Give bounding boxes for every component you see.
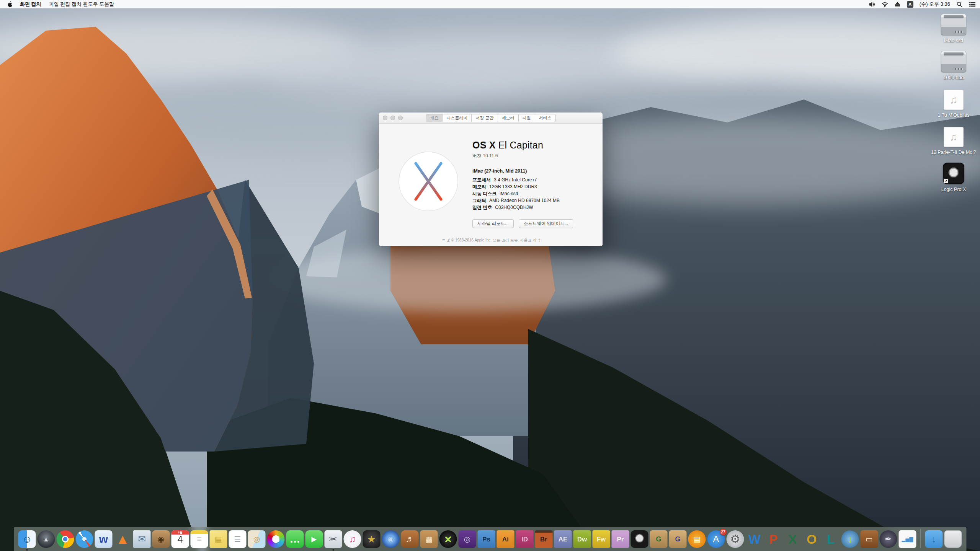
dock-toast-icon[interactable]: ◎ xyxy=(459,530,476,548)
notification-badge: 27 xyxy=(720,529,727,535)
app-icon-glyph xyxy=(631,530,648,548)
dock-fireworks-icon[interactable]: Fw xyxy=(593,530,610,548)
dock-garageband-icon[interactable]: ♬ xyxy=(401,530,419,548)
dock-indesign-icon[interactable]: ID xyxy=(516,530,534,548)
dock-aftereffects-icon[interactable]: AE xyxy=(554,530,572,548)
dock-reminders-icon[interactable]: ☰ xyxy=(229,530,247,548)
dock-stickies-icon[interactable]: ▤ xyxy=(210,530,227,548)
dock-excel-icon[interactable]: X xyxy=(784,530,802,548)
app-icon-glyph: ↓ xyxy=(841,530,859,548)
dock-maps-icon[interactable]: ◎ xyxy=(248,530,266,548)
active-app-name[interactable]: 화면 캡처 xyxy=(16,1,45,8)
close-button[interactable] xyxy=(383,116,387,120)
zoom-button[interactable] xyxy=(398,116,403,120)
wallpaper-art xyxy=(0,0,980,551)
desktop-icon-imac-ssd[interactable]: iMac-ssd xyxy=(930,12,977,44)
calendar-month-strip: 3월 xyxy=(172,530,189,535)
dock-archiver-icon[interactable]: G xyxy=(669,530,687,548)
dock-itunes-icon[interactable]: ♫ xyxy=(344,530,361,548)
dock-outlook-icon[interactable]: O xyxy=(803,530,821,548)
tab-support[interactable]: 지원 xyxy=(519,114,535,122)
clock[interactable]: (수) 오후 3:36 xyxy=(920,1,950,8)
about-tabs: 개요 디스플레이 저장 공간 메모리 지원 서비스 xyxy=(426,114,555,122)
menu-help[interactable]: 도움말 xyxy=(99,1,114,7)
dock-trash-icon[interactable] xyxy=(944,530,962,548)
apple-menu[interactable] xyxy=(5,1,16,7)
dock: ☺ ▲ xyxy=(14,527,967,551)
dock-stuffit-expander-icon[interactable]: G xyxy=(650,530,668,548)
wifi-icon[interactable] xyxy=(882,2,888,7)
window-titlebar[interactable]: 개요 디스플레이 저장 공간 메모리 지원 서비스 xyxy=(379,112,603,124)
apple-icon xyxy=(7,1,12,7)
menu-file[interactable]: 파일 xyxy=(49,1,59,7)
os-version: 버전 10.11.6 xyxy=(472,153,595,159)
dock-notes-icon[interactable]: ≡ xyxy=(191,530,208,548)
dock-x-app-icon[interactable]: × xyxy=(439,530,457,548)
eject-icon[interactable] xyxy=(894,2,901,7)
dock-photos-icon[interactable] xyxy=(267,530,285,548)
app-icon-glyph: Dw xyxy=(573,530,591,548)
spotlight-search-icon[interactable] xyxy=(956,2,963,7)
dock-imovie-icon[interactable]: ★ xyxy=(363,530,381,548)
dock-illustrator-icon[interactable]: Ai xyxy=(497,530,514,548)
dock-safari-icon[interactable] xyxy=(76,530,93,548)
software-update-button[interactable]: 소프트웨어 업데이트... xyxy=(519,219,573,228)
dock-photoshop-icon[interactable]: Ps xyxy=(478,530,495,548)
menu-edit[interactable]: 편집 xyxy=(60,1,70,7)
os-x-logo xyxy=(398,151,459,212)
app-icon-glyph: ▤ xyxy=(688,530,706,548)
dock-bridge-icon[interactable]: Br xyxy=(535,530,553,548)
app-icon-glyph: L xyxy=(822,530,840,548)
dock-launchpad-icon[interactable]: ▲ xyxy=(38,530,55,548)
tab-overview[interactable]: 개요 xyxy=(426,114,443,122)
dock-powerpoint-icon[interactable]: P xyxy=(765,530,782,548)
menu-window[interactable]: 윈도우 xyxy=(83,1,98,7)
desktop-icon-1000-hdd[interactable]: 1000-hdd xyxy=(930,49,977,81)
desktop-icon-music-12[interactable]: ♫ 12 Parle-T-Il De Moi? xyxy=(930,124,977,155)
menu-capture[interactable]: 캡처 xyxy=(72,1,82,7)
minimize-button[interactable] xyxy=(390,116,395,120)
dock-vlc-icon[interactable]: ▲ xyxy=(114,530,132,548)
dock-mail-icon[interactable]: ✉ xyxy=(133,530,151,548)
dock-facetime-icon[interactable]: ▶ xyxy=(305,530,323,548)
dock-corkboard-app-icon[interactable]: ▦ xyxy=(420,530,438,548)
dock-messages-icon[interactable]: … xyxy=(286,530,304,548)
dock-wordfast-icon[interactable]: w xyxy=(95,530,113,548)
app-icon-glyph: ▭ xyxy=(861,530,878,548)
notification-center-icon[interactable] xyxy=(969,2,975,7)
volume-icon[interactable] xyxy=(869,2,875,7)
app-icon-glyph: X xyxy=(784,530,802,548)
tab-memory[interactable]: 메모리 xyxy=(498,114,519,122)
dock-system-preferences-icon[interactable]: ⚙ xyxy=(727,530,744,548)
dock-word-icon[interactable]: W xyxy=(746,530,763,548)
desktop-icon-music-1[interactable]: ♫ 1 Tu M'Oublies xyxy=(930,87,977,118)
tab-displays[interactable]: 디스플레이 xyxy=(443,114,472,122)
dock-numbers-icon[interactable]: ▂▅▇ xyxy=(899,530,916,548)
dock-keynote-icon[interactable]: ▭ xyxy=(861,530,878,548)
dock-bluray-player-icon[interactable]: ◉ xyxy=(382,530,400,548)
dock-lync-icon[interactable]: L xyxy=(822,530,840,548)
spec-row: 그래픽AMD Radeon HD 6970M 1024 MB xyxy=(472,197,595,204)
dock-premiere-icon[interactable]: Pr xyxy=(612,530,629,548)
tab-service[interactable]: 서비스 xyxy=(535,114,555,122)
dock-pages-icon[interactable]: ✒ xyxy=(880,530,897,548)
alias-arrow-badge: ↗ xyxy=(944,179,948,183)
spec-list: 프로세서3.4 GHz Intel Core i7 메모리12GB 1333 M… xyxy=(472,176,595,211)
dock-ibooks-icon[interactable]: ▤ xyxy=(688,530,706,548)
dock-logic-pro-icon[interactable] xyxy=(631,530,648,548)
dock-dreamweaver-icon[interactable]: Dw xyxy=(573,530,591,548)
app-icon-glyph: ☰ xyxy=(229,530,247,548)
app-icon-glyph: ▂▅▇ xyxy=(899,530,916,548)
dock-chrome-icon[interactable] xyxy=(57,530,74,548)
input-source-menu[interactable]: A xyxy=(907,1,913,8)
dock-finder-icon[interactable]: ☺ xyxy=(18,530,36,548)
desktop-icon-logic-pro[interactable]: ↗ Logic Pro X xyxy=(930,161,977,192)
dock-screen-capture-icon[interactable]: ✂ xyxy=(325,530,342,548)
tab-storage[interactable]: 저장 공간 xyxy=(472,114,498,122)
system-report-button[interactable]: 시스템 리포트... xyxy=(472,219,514,228)
dock-calendar-icon[interactable]: 4 3월 xyxy=(172,530,189,548)
dock-contacts-icon[interactable]: ◉ xyxy=(152,530,170,548)
dock-download-manager-icon[interactable]: ↓ xyxy=(841,530,859,548)
dock-downloads-folder-icon[interactable]: ↓ xyxy=(925,530,943,548)
dock-appstore-icon[interactable]: A 27 xyxy=(707,530,725,548)
